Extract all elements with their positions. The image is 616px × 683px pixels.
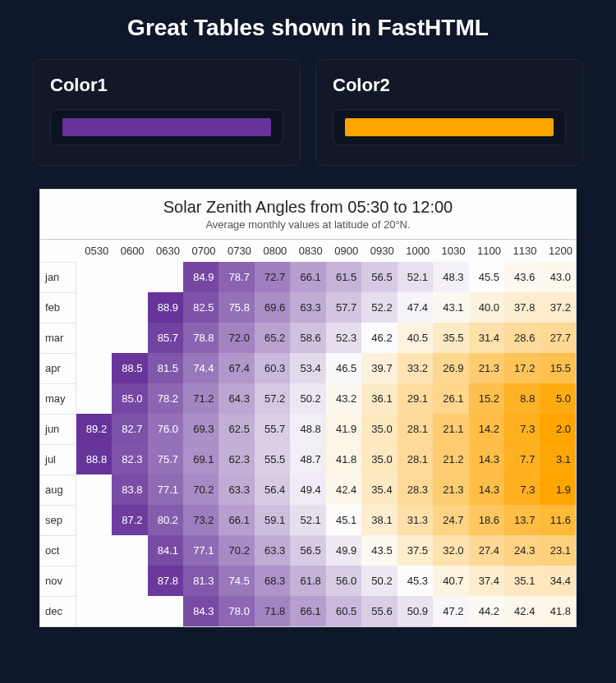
color1-card: Color1 — [33, 59, 301, 166]
heatmap-cell: 70.2 — [183, 474, 218, 505]
heatmap-cell: 15.5 — [540, 353, 576, 383]
heatmap-cell: 35.0 — [361, 444, 397, 474]
heatmap-cell: 70.2 — [218, 535, 254, 566]
heatmap-cell: 85.0 — [112, 383, 147, 414]
heatmap-cell: 80.2 — [148, 505, 183, 535]
heatmap-cell: 21.1 — [433, 414, 468, 444]
table-row: jul88.882.375.769.162.355.548.741.835.02… — [40, 444, 576, 474]
heatmap-cell: 2.0 — [540, 414, 576, 444]
heatmap-cell: 67.4 — [218, 353, 254, 383]
heatmap-cell: 56.5 — [361, 262, 397, 292]
heatmap-cell: 62.5 — [218, 414, 254, 444]
heatmap-cell: 23.1 — [540, 535, 576, 566]
heatmap-cell: 45.1 — [326, 505, 361, 535]
heatmap-cell: 40.7 — [433, 566, 468, 596]
heatmap-cell: 60.5 — [326, 596, 361, 626]
heatmap-cell: 66.1 — [290, 262, 325, 292]
heatmap-cell: 5.0 — [540, 383, 576, 414]
heatmap-cell: 82.3 — [112, 444, 147, 474]
heatmap-cell: 37.8 — [504, 292, 540, 323]
zenith-table: 0530060006300700073008000830090009301000… — [40, 239, 576, 626]
column-header: 1030 — [433, 240, 468, 263]
heatmap-cell: 49.4 — [290, 474, 325, 505]
color2-input[interactable] — [333, 109, 566, 145]
color2-card: Color2 — [315, 59, 583, 166]
heatmap-cell: 64.3 — [218, 383, 254, 414]
heatmap-cell: 24.3 — [504, 535, 540, 566]
heatmap-cell: 47.2 — [433, 596, 468, 626]
heatmap-cell: 31.3 — [398, 505, 433, 535]
table-row: feb88.982.575.869.663.357.752.247.443.14… — [40, 292, 576, 323]
heatmap-cell: 84.9 — [183, 262, 218, 292]
table-row: nov87.881.374.568.361.856.050.245.340.73… — [40, 566, 576, 596]
heatmap-cell: 71.8 — [255, 596, 290, 626]
heatmap-cell: 7.3 — [504, 414, 540, 444]
heatmap-cell: 21.3 — [469, 353, 504, 383]
heatmap-cell: 43.2 — [326, 383, 361, 414]
heatmap-cell — [76, 505, 112, 535]
row-stub: feb — [40, 292, 76, 323]
heatmap-cell: 72.7 — [255, 262, 290, 292]
table-row: aug83.877.170.263.356.449.442.435.428.32… — [40, 474, 576, 505]
heatmap-cell: 52.3 — [326, 323, 361, 353]
heatmap-cell: 27.7 — [540, 323, 576, 353]
heatmap-cell: 55.5 — [255, 444, 290, 474]
column-header: 1100 — [469, 240, 504, 263]
heatmap-cell — [76, 323, 112, 353]
heatmap-cell: 58.6 — [290, 323, 325, 353]
heatmap-cell: 52.1 — [398, 262, 433, 292]
heatmap-cell: 31.4 — [469, 323, 504, 353]
heatmap-cell: 15.2 — [469, 383, 504, 414]
table-row: sep87.280.273.266.159.152.145.138.131.32… — [40, 505, 576, 535]
table-subtitle: Average monthly values at latitude of 20… — [40, 218, 576, 239]
heatmap-cell: 41.9 — [326, 414, 361, 444]
heatmap-cell: 14.3 — [469, 474, 504, 505]
color1-input[interactable] — [50, 109, 283, 145]
heatmap-cell: 60.3 — [255, 353, 290, 383]
heatmap-cell: 78.8 — [183, 323, 218, 353]
heatmap-cell: 17.2 — [504, 353, 540, 383]
heatmap-cell: 35.1 — [504, 566, 540, 596]
heatmap-cell: 44.2 — [469, 596, 504, 626]
column-header: 1200 — [540, 240, 576, 263]
table-row: jun89.282.776.069.362.555.748.841.935.02… — [40, 414, 576, 444]
heatmap-cell: 26.9 — [433, 353, 468, 383]
heatmap-cell: 28.1 — [398, 414, 433, 444]
heatmap-cell: 56.0 — [326, 566, 361, 596]
heatmap-cell: 52.2 — [361, 292, 397, 323]
heatmap-cell: 39.7 — [361, 353, 397, 383]
color2-swatch — [345, 118, 554, 136]
heatmap-cell: 32.0 — [433, 535, 468, 566]
heatmap-cell: 87.2 — [112, 505, 147, 535]
row-stub: jun — [40, 414, 76, 444]
heatmap-cell: 7.3 — [504, 474, 540, 505]
heatmap-cell: 66.1 — [290, 596, 325, 626]
heatmap-cell: 42.4 — [326, 474, 361, 505]
heatmap-cell: 69.1 — [183, 444, 218, 474]
heatmap-cell: 61.5 — [326, 262, 361, 292]
table-row: may85.078.271.264.357.250.243.236.129.12… — [40, 383, 576, 414]
heatmap-cell — [148, 596, 183, 626]
table-row: dec84.378.071.866.160.555.650.947.244.24… — [40, 596, 576, 626]
heatmap-cell: 24.7 — [433, 505, 468, 535]
heatmap-cell: 75.8 — [218, 292, 254, 323]
heatmap-cell: 40.5 — [398, 323, 433, 353]
heatmap-cell — [76, 596, 112, 626]
stub-head — [40, 240, 76, 263]
heatmap-cell: 88.5 — [112, 353, 147, 383]
table-row: mar85.778.872.065.258.652.346.240.535.53… — [40, 323, 576, 353]
heatmap-cell: 28.6 — [504, 323, 540, 353]
heatmap-cell: 48.8 — [290, 414, 325, 444]
heatmap-cell: 43.0 — [540, 262, 576, 292]
heatmap-cell — [76, 353, 112, 383]
heatmap-cell: 74.5 — [218, 566, 254, 596]
row-stub: apr — [40, 353, 76, 383]
heatmap-cell: 45.5 — [469, 262, 504, 292]
heatmap-cell: 27.4 — [469, 535, 504, 566]
heatmap-cell: 71.2 — [183, 383, 218, 414]
color1-label: Color1 — [50, 75, 283, 96]
heatmap-cell: 62.3 — [218, 444, 254, 474]
heatmap-cell: 63.3 — [255, 535, 290, 566]
heatmap-cell: 37.5 — [398, 535, 433, 566]
heatmap-cell: 3.1 — [540, 444, 576, 474]
